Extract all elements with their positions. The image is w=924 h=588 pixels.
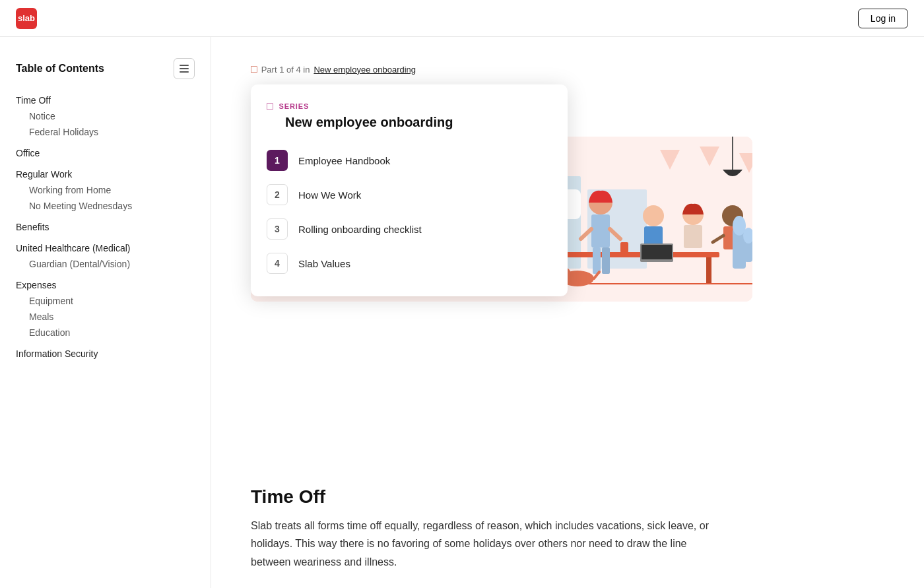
series-num-1: 1	[267, 150, 288, 171]
toc-title: Table of Contents	[16, 63, 104, 75]
series-item-text-2: How We Work	[298, 189, 361, 201]
sidebar-item-expenses[interactable]: Expenses	[16, 277, 195, 293]
article-section: Time Off Slab treats all forms time off …	[251, 486, 713, 571]
svg-rect-30	[684, 225, 702, 248]
breadcrumb-series-link[interactable]: New employee onboarding	[314, 65, 416, 75]
series-num-3: 3	[267, 218, 288, 240]
toc-header: Table of Contents	[16, 58, 195, 79]
sidebar-item-no-meeting-wednesdays[interactable]: No Meeting Wednesdays	[16, 198, 195, 214]
sidebar-item-office[interactable]: Office	[16, 145, 195, 161]
svg-rect-28	[642, 245, 672, 259]
breadcrumb-icon: □	[251, 63, 257, 75]
toc-nav: Time Off Notice Federal Holidays Office …	[16, 92, 195, 362]
series-item-1[interactable]: 1 Employee Handbook	[267, 143, 552, 178]
series-dropdown: □ SERIES New employee onboarding 1 Emplo…	[251, 84, 568, 296]
article-heading: Time Off	[251, 486, 713, 507]
sidebar-item-education[interactable]: Education	[16, 325, 195, 341]
layout: Table of Contents Time Off Notice Federa…	[0, 37, 924, 588]
series-item-4[interactable]: 4 Slab Values	[267, 246, 552, 280]
sidebar-item-regular-work[interactable]: Regular Work	[16, 166, 195, 182]
svg-rect-22	[593, 247, 601, 274]
sidebar-item-united-healthcare[interactable]: United Healthcare (Medical)	[16, 240, 195, 256]
svg-rect-24	[620, 242, 628, 253]
svg-point-25	[643, 205, 664, 226]
series-item-text-1: Employee Handbook	[298, 155, 390, 166]
sidebar-item-notice[interactable]: Notice	[16, 108, 195, 124]
sidebar-item-information-security[interactable]: Information Security	[16, 346, 195, 362]
svg-rect-23	[602, 247, 610, 274]
sidebar-item-meals[interactable]: Meals	[16, 309, 195, 325]
series-label-icon: □	[267, 100, 274, 112]
series-dropdown-title: New employee onboarding	[267, 115, 552, 130]
series-item-2[interactable]: 2 How We Work	[267, 178, 552, 212]
breadcrumb: □ Part 1 of 4 in New employee onboarding	[251, 63, 884, 75]
series-item-text-4: Slab Values	[298, 258, 350, 269]
svg-rect-19	[591, 214, 610, 247]
breadcrumb-part: Part 1 of 4 in	[261, 65, 310, 75]
series-item-text-3: Rolling onboarding checklist	[298, 224, 422, 235]
article-body: Slab treats all forms time off equally, …	[251, 517, 713, 571]
toc-collapse-button[interactable]	[174, 58, 195, 79]
series-num-4: 4	[267, 253, 288, 274]
series-label: □ SERIES	[267, 100, 552, 112]
sidebar-item-guardian[interactable]: Guardian (Dental/Vision)	[16, 256, 195, 272]
sidebar-item-equipment[interactable]: Equipment	[16, 293, 195, 309]
main-content: □ Part 1 of 4 in New employee onboarding…	[211, 37, 924, 588]
series-num-2: 2	[267, 184, 288, 205]
header: slab Log in	[0, 0, 924, 37]
sidebar-item-time-off[interactable]: Time Off	[16, 92, 195, 108]
sidebar: Table of Contents Time Off Notice Federa…	[0, 37, 211, 588]
sidebar-item-working-from-home[interactable]: Working from Home	[16, 182, 195, 198]
sidebar-item-benefits[interactable]: Benefits	[16, 219, 195, 235]
hamburger-icon	[180, 65, 189, 73]
login-button[interactable]: Log in	[858, 9, 908, 28]
svg-rect-8	[706, 257, 711, 284]
sidebar-item-federal-holidays[interactable]: Federal Holidays	[16, 124, 195, 140]
logo[interactable]: slab	[16, 8, 37, 29]
series-item-3[interactable]: 3 Rolling onboarding checklist	[267, 212, 552, 246]
